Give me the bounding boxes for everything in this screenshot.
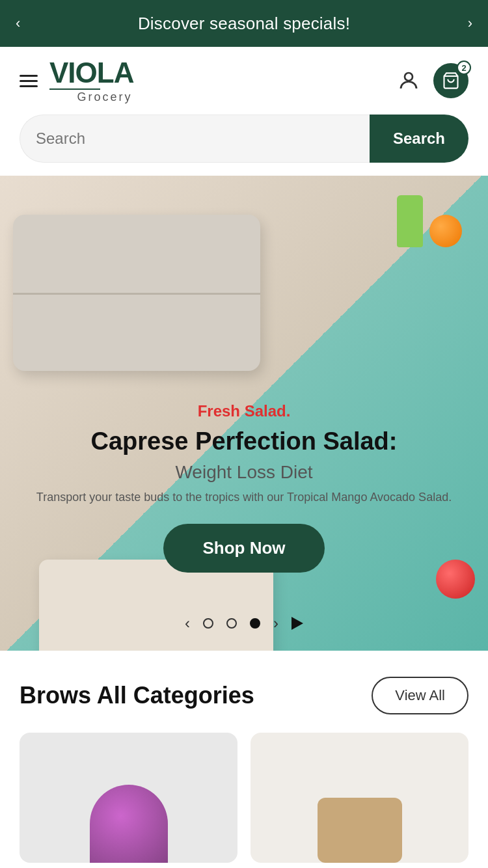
cart-badge: 2 <box>457 61 471 75</box>
categories-header: Brows All Categories View All <box>20 677 468 714</box>
hero-title: Caprese Perfection Salad: <box>26 427 462 457</box>
cart-icon <box>442 72 460 90</box>
bento-box-inner <box>39 560 273 651</box>
slider-next-button[interactable]: › <box>273 614 278 632</box>
food-decoration-orange <box>429 215 462 247</box>
food-decoration-green <box>397 195 423 247</box>
logo[interactable]: VIOLA Grocery <box>49 59 133 103</box>
view-all-button[interactable]: View All <box>372 677 468 714</box>
category-card-2[interactable] <box>251 733 468 863</box>
hero-content: Fresh Salad. Caprese Perfection Salad: W… <box>0 402 488 573</box>
search-input-wrap <box>20 115 370 163</box>
categories-section: Brows All Categories View All <box>0 651 488 868</box>
cart-button[interactable]: 2 <box>433 63 468 98</box>
logo-grocery: Grocery <box>49 91 133 103</box>
logo-viola: VIOLA <box>49 59 133 87</box>
category-card-1[interactable] <box>20 733 237 863</box>
slider-dot-2[interactable] <box>226 618 237 629</box>
categories-title: Brows All Categories <box>20 682 254 709</box>
header-right: 2 <box>394 63 468 98</box>
search-bar: Search <box>20 115 468 163</box>
top-banner: ‹ Discover seasonal specials! › <box>0 0 488 47</box>
search-input[interactable] <box>36 129 354 148</box>
header-left: VIOLA Grocery <box>20 59 133 103</box>
banner-next-button[interactable]: › <box>468 15 472 32</box>
hero-subtitle: Weight Loss Diet <box>26 462 462 483</box>
category-food-purple <box>90 785 168 863</box>
banner-text: Discover seasonal specials! <box>138 14 350 34</box>
slider-dot-3[interactable] <box>250 618 260 629</box>
category-food-brown <box>318 798 402 863</box>
slider-dot-1[interactable] <box>203 618 213 629</box>
slider-play-button[interactable] <box>291 617 303 630</box>
bento-divider <box>13 293 260 295</box>
banner-prev-button[interactable]: ‹ <box>16 15 20 32</box>
svg-point-0 <box>405 73 413 81</box>
slider-controls: ‹ › <box>0 614 488 632</box>
logo-underline <box>49 88 100 90</box>
bento-box-outer <box>13 215 260 371</box>
shop-now-button[interactable]: Shop Now <box>163 524 324 573</box>
hero-slider: Fresh Salad. Caprese Perfection Salad: W… <box>0 176 488 651</box>
hero-tag: Fresh Salad. <box>26 402 462 420</box>
hero-description: Transport your taste buds to the tropics… <box>26 489 462 506</box>
categories-grid <box>20 733 468 863</box>
search-button[interactable]: Search <box>370 115 468 163</box>
slider-prev-button[interactable]: ‹ <box>185 614 190 632</box>
hamburger-menu[interactable] <box>20 75 38 87</box>
user-icon[interactable] <box>394 66 423 95</box>
user-svg <box>397 69 420 92</box>
header: VIOLA Grocery 2 <box>0 47 488 115</box>
